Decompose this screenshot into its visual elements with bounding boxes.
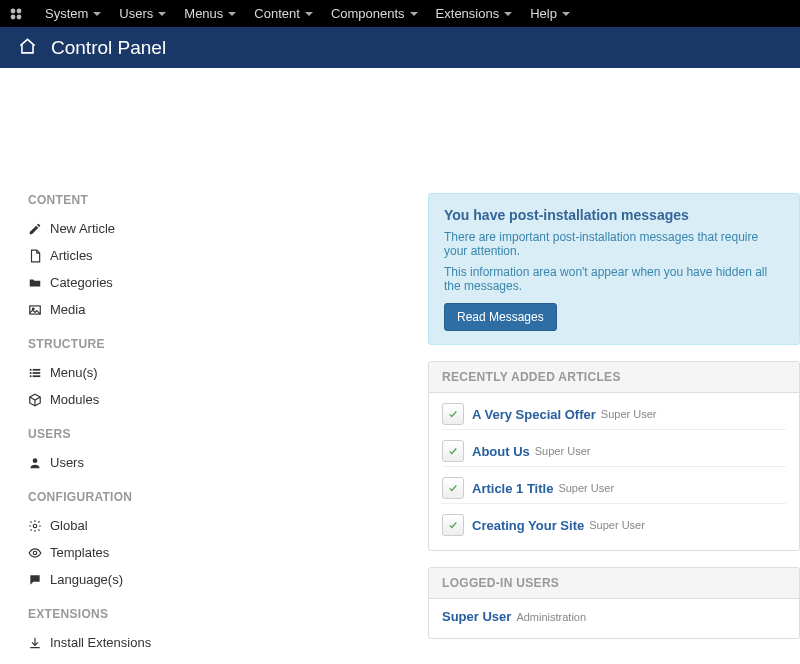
sidebar-item-label: Language(s) — [50, 572, 123, 587]
svg-rect-7 — [33, 368, 41, 370]
sidebar-item-label: Categories — [50, 275, 113, 290]
menu-label: Users — [119, 6, 153, 21]
svg-point-3 — [17, 14, 22, 19]
sidebar-item-label: Templates — [50, 545, 109, 560]
info-line: There are important post-installation me… — [444, 230, 784, 258]
loggedin-users-panel: LOGGED-IN USERS Super User Administratio… — [428, 567, 800, 639]
section-heading-users: USERS — [28, 427, 428, 441]
caret-down-icon — [504, 12, 512, 16]
sidebar-item-categories[interactable]: Categories — [28, 269, 428, 296]
menu-label: Extensions — [436, 6, 500, 21]
folder-icon — [28, 276, 50, 290]
pencil-icon — [28, 222, 50, 236]
article-row: Creating Your Site Super User — [442, 503, 786, 540]
svg-rect-9 — [33, 372, 41, 374]
joomla-logo-icon[interactable] — [6, 4, 26, 24]
check-icon[interactable] — [442, 440, 464, 462]
section-heading-extensions: EXTENSIONS — [28, 607, 428, 621]
page-title: Control Panel — [51, 37, 166, 59]
caret-down-icon — [410, 12, 418, 16]
sidebar-item-templates[interactable]: Templates — [28, 539, 428, 566]
main-content: You have post-installation messages Ther… — [428, 193, 800, 656]
article-author: Super User — [601, 408, 657, 420]
menu-label: Content — [254, 6, 300, 21]
menu-label: Help — [530, 6, 557, 21]
caret-down-icon — [305, 12, 313, 16]
sidebar-item-users[interactable]: Users — [28, 449, 428, 476]
page-subheader: Control Panel — [0, 27, 800, 68]
caret-down-icon — [228, 12, 236, 16]
file-icon — [28, 249, 50, 263]
info-line: This information area won't appear when … — [444, 265, 784, 293]
sidebar-item-label: New Article — [50, 221, 115, 236]
svg-rect-10 — [30, 375, 32, 377]
sidebar-item-label: Install Extensions — [50, 635, 151, 650]
article-row: A Very Special Offer Super User — [442, 393, 786, 429]
menu-label: Menus — [184, 6, 223, 21]
section-heading-structure: STRUCTURE — [28, 337, 428, 351]
sidebar-item-new-article[interactable]: New Article — [28, 215, 428, 242]
sidebar-item-languages[interactable]: Language(s) — [28, 566, 428, 593]
svg-point-14 — [33, 551, 37, 555]
comment-icon — [28, 573, 50, 587]
sidebar-item-menus[interactable]: Menu(s) — [28, 359, 428, 386]
sidebar-item-articles[interactable]: Articles — [28, 242, 428, 269]
caret-down-icon — [93, 12, 101, 16]
menu-label: System — [45, 6, 88, 21]
cube-icon — [28, 393, 50, 407]
user-link[interactable]: Super User — [442, 609, 511, 624]
svg-rect-6 — [30, 368, 32, 370]
svg-point-0 — [11, 8, 16, 13]
svg-point-12 — [33, 458, 38, 463]
svg-point-2 — [11, 14, 16, 19]
user-icon — [28, 456, 50, 470]
menu-system[interactable]: System — [36, 0, 110, 27]
sidebar-item-install-extensions[interactable]: Install Extensions — [28, 629, 428, 656]
menu-content[interactable]: Content — [245, 0, 322, 27]
menu-extensions[interactable]: Extensions — [427, 0, 522, 27]
check-icon[interactable] — [442, 514, 464, 536]
sidebar-item-global[interactable]: Global — [28, 512, 428, 539]
sidebar-item-media[interactable]: Media — [28, 296, 428, 323]
svg-rect-11 — [33, 375, 41, 377]
top-navbar: System Users Menus Content Components Ex… — [0, 0, 800, 27]
post-install-panel: You have post-installation messages Ther… — [428, 193, 800, 345]
menu-components[interactable]: Components — [322, 0, 427, 27]
article-author: Super User — [535, 445, 591, 457]
check-icon[interactable] — [442, 477, 464, 499]
cog-icon — [28, 519, 50, 533]
menu-help[interactable]: Help — [521, 0, 579, 27]
article-author: Super User — [558, 482, 614, 494]
sidebar-item-label: Users — [50, 455, 84, 470]
user-meta: Administration — [516, 611, 586, 623]
info-title: You have post-installation messages — [444, 207, 784, 223]
user-row: Super User Administration — [442, 599, 786, 628]
article-author: Super User — [589, 519, 645, 531]
menu-label: Components — [331, 6, 405, 21]
article-row: Article 1 Title Super User — [442, 466, 786, 503]
svg-point-13 — [33, 524, 37, 528]
article-row: About Us Super User — [442, 429, 786, 466]
sidebar-item-label: Global — [50, 518, 88, 533]
article-link[interactable]: Creating Your Site — [472, 518, 584, 533]
menu-users[interactable]: Users — [110, 0, 175, 27]
svg-point-1 — [17, 8, 22, 13]
left-sidebar: CONTENT New Article Articles Categories … — [28, 193, 428, 656]
panel-heading: LOGGED-IN USERS — [429, 568, 799, 599]
sidebar-item-label: Media — [50, 302, 85, 317]
home-icon — [18, 37, 37, 59]
check-icon[interactable] — [442, 403, 464, 425]
caret-down-icon — [562, 12, 570, 16]
article-link[interactable]: About Us — [472, 444, 530, 459]
article-link[interactable]: A Very Special Offer — [472, 407, 596, 422]
list-icon — [28, 366, 50, 380]
read-messages-button[interactable]: Read Messages — [444, 303, 557, 331]
article-link[interactable]: Article 1 Title — [472, 481, 553, 496]
menu-menus[interactable]: Menus — [175, 0, 245, 27]
caret-down-icon — [158, 12, 166, 16]
sidebar-item-modules[interactable]: Modules — [28, 386, 428, 413]
panel-heading: RECENTLY ADDED ARTICLES — [429, 362, 799, 393]
recent-articles-panel: RECENTLY ADDED ARTICLES A Very Special O… — [428, 361, 800, 551]
sidebar-item-label: Menu(s) — [50, 365, 98, 380]
sidebar-item-label: Articles — [50, 248, 93, 263]
